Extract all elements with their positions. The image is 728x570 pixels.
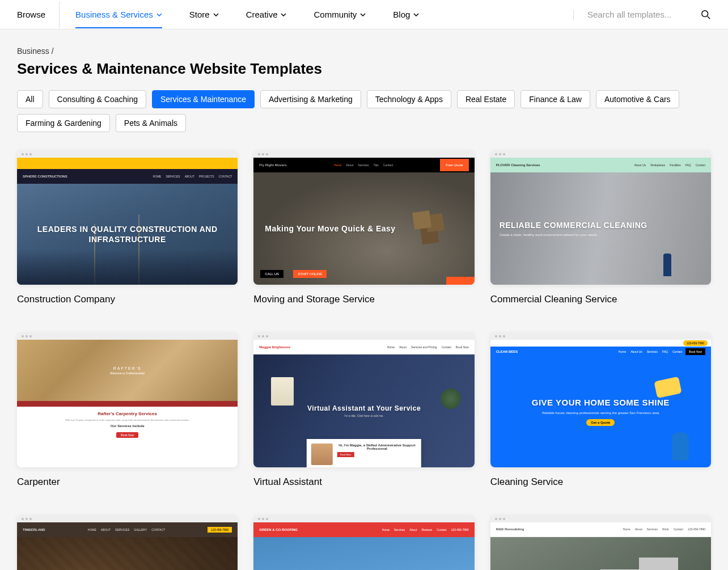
thumb-nav: About Us Workplaces Facilities FAQ Conta… xyxy=(634,163,705,167)
thumb-logo: PLOVER Cleaning Services xyxy=(496,163,540,167)
template-card[interactable]: RAFTER'S Welcome to Craftsmanship! Rafte… xyxy=(17,332,238,487)
nav-label: Blog xyxy=(393,10,410,19)
thumb-nav: HOME SERVICES ABOUT PROJECTS CONTACT xyxy=(153,175,232,178)
thumb-hero: Making Your Move Quick & Easy CALL US ST… xyxy=(253,172,474,285)
page-content: Business / Services & Maintenance Websit… xyxy=(0,29,728,570)
thumb-start: START ONLINE xyxy=(293,270,327,278)
template-title: Cleaning Service xyxy=(490,476,711,488)
thumb-hero: RAFTER'S Welcome to Craftsmanship! xyxy=(17,340,238,401)
nav-label: Business & Services xyxy=(75,10,153,19)
thumb-hero-title: Virtual Assistant at Your Service xyxy=(307,404,421,412)
template-thumbnail: SPHERE CONSTRUCTIONS HOME SERVICES ABOUT… xyxy=(17,150,238,285)
template-card[interactable]: 123-456-7890 CLEAN BEES Home About Us Se… xyxy=(490,332,711,487)
template-card[interactable]: Fly Right Movers Home About Services Tip… xyxy=(253,150,474,305)
filter-farming[interactable]: Farming & Gardening xyxy=(17,114,110,132)
filter-services-maintenance[interactable]: Services & Maintenance xyxy=(152,90,255,108)
thumb-cta: Free Quote xyxy=(440,159,468,171)
thumb-nav: Home About Us Services FAQ Contact xyxy=(619,350,682,353)
thumb-hero: LEADERS IN QUALITY CONSTRUCTION AND INFR… xyxy=(17,184,238,285)
thumb-nav: Home About Services Tips Contact xyxy=(334,163,393,167)
template-card[interactable]: M&B Remodeling Home About Services Work … xyxy=(490,515,711,570)
thumb-hero: RELIABLE COMMERCIAL CLEANING Create a cl… xyxy=(490,172,711,285)
filter-consulting[interactable]: Consulting & Coaching xyxy=(49,90,146,108)
thumb-hero: Virtual Assistant at Your Service I'm a … xyxy=(253,354,474,467)
thumb-hero-sub: Create a clean, healthy work environment… xyxy=(500,233,598,237)
thumb-hero: GIVE YOUR HOME SOME SHINE Reliable house… xyxy=(490,357,711,467)
breadcrumb[interactable]: Business / xyxy=(17,47,711,56)
template-title: Moving and Storage Service xyxy=(253,294,474,305)
thumb-chat-icon xyxy=(446,277,475,285)
thumb-logo: M&B Remodeling xyxy=(496,527,524,531)
thumb-brand: RAFTER'S xyxy=(113,366,142,370)
template-title: Carpenter xyxy=(17,476,238,488)
chevron-down-icon xyxy=(413,13,419,16)
filter-real-estate[interactable]: Real Estate xyxy=(457,90,515,108)
window-dots-icon xyxy=(258,518,268,520)
thumb-nav: Home About Services and Pricing Contact … xyxy=(387,345,469,349)
filter-pets[interactable]: Pets & Animals xyxy=(116,114,186,132)
filter-technology[interactable]: Technology & Apps xyxy=(367,90,451,108)
template-title: Virtual Assistant xyxy=(253,476,474,488)
template-thumbnail: PLOVER Cleaning Services About Us Workpl… xyxy=(490,150,711,285)
nav-links: Browse Business & Services Store Creativ… xyxy=(17,1,433,28)
thumb-logo: CLEAN BEES xyxy=(496,350,518,353)
filter-automotive[interactable]: Automotive & Cars xyxy=(596,90,679,108)
window-dots-icon xyxy=(495,518,505,520)
thumb-hero-sub: Reliable house cleaning professionals se… xyxy=(542,411,659,415)
thumb-logo: Maggie Brightmore xyxy=(259,345,290,349)
window-dots-icon xyxy=(22,335,32,337)
template-title: Construction Company xyxy=(17,294,238,305)
window-dots-icon xyxy=(258,335,268,337)
filter-advertising[interactable]: Advertising & Marketing xyxy=(260,90,361,108)
window-dots-icon xyxy=(495,335,505,337)
template-card[interactable]: Maggie Brightmore Home About Services an… xyxy=(253,332,474,487)
thumb-navbar: Maggie Brightmore Home About Services an… xyxy=(253,340,474,354)
template-card[interactable]: GREEN & CO ROOFING Home Services About R… xyxy=(253,515,474,570)
thumb-logo: Fly Right Movers xyxy=(259,163,286,167)
thumb-nav: Home About Services Work Contact 123-456… xyxy=(623,527,705,531)
svg-point-0 xyxy=(702,10,708,16)
nav-browse[interactable]: Browse xyxy=(17,1,60,28)
thumb-phone: 123-456-7890 xyxy=(208,527,232,533)
thumb-nav: Home Services About Reviews Contact 123-… xyxy=(382,528,469,531)
template-grid: SPHERE CONSTRUCTIONS HOME SERVICES ABOUT… xyxy=(17,150,711,570)
filter-finance[interactable]: Finance & Law xyxy=(520,90,590,108)
chevron-down-icon xyxy=(156,13,162,16)
nav-community[interactable]: Community xyxy=(300,1,379,28)
template-card[interactable]: SPHERE CONSTRUCTIONS HOME SERVICES ABOUT… xyxy=(17,150,238,305)
thumb-logo: GREEN & CO ROOFING xyxy=(259,528,298,531)
window-dots-icon xyxy=(495,153,505,155)
thumb-hero-title: RELIABLE COMMERCIAL CLEANING xyxy=(500,221,647,230)
template-thumbnail: TIMBERLAND HOME ABOUT SERVICES GALLERY C… xyxy=(17,515,238,570)
template-thumbnail: Maggie Brightmore Home About Services an… xyxy=(253,332,474,467)
nav-business-services[interactable]: Business & Services xyxy=(62,1,176,28)
search-wrap xyxy=(573,10,711,20)
search-input[interactable] xyxy=(587,10,689,19)
thumb-book: Book Now xyxy=(685,348,705,355)
template-thumbnail: 123-456-7890 CLEAN BEES Home About Us Se… xyxy=(490,332,711,467)
template-card[interactable]: PLOVER Cleaning Services About Us Workpl… xyxy=(490,150,711,305)
search-icon[interactable] xyxy=(701,10,711,20)
chevron-down-icon xyxy=(281,13,286,16)
thumb-navbar: GREEN & CO ROOFING Home Services About R… xyxy=(253,522,474,537)
template-card[interactable]: TIMBERLAND HOME ABOUT SERVICES GALLERY C… xyxy=(17,515,238,570)
template-thumbnail: RAFTER'S Welcome to Craftsmanship! Rafte… xyxy=(17,332,238,467)
thumb-quote-btn: Get a Quote xyxy=(586,419,615,426)
thumb-navbar: PLOVER Cleaning Services About Us Workpl… xyxy=(490,158,711,172)
nav-creative[interactable]: Creative xyxy=(232,1,300,28)
chevron-down-icon xyxy=(213,13,219,16)
thumb-read-more: Read More xyxy=(337,452,354,457)
thumb-phone: 123-456-7890 xyxy=(683,340,708,346)
filter-all[interactable]: All xyxy=(17,90,43,108)
window-dots-icon xyxy=(22,518,32,520)
thumb-text: With over 25 years of experience in the … xyxy=(65,419,189,422)
thumb-call: CALL US xyxy=(260,270,283,278)
template-title: Commercial Cleaning Service xyxy=(490,294,711,305)
thumb-navbar: TIMBERLAND HOME ABOUT SERVICES GALLERY C… xyxy=(17,522,238,537)
thumb-top-strip: 123-456-7890 xyxy=(490,340,711,347)
thumb-logo: TIMBERLAND xyxy=(23,528,45,531)
nav-blog[interactable]: Blog xyxy=(379,1,433,28)
template-thumbnail: Fly Right Movers Home About Services Tip… xyxy=(253,150,474,285)
nav-store[interactable]: Store xyxy=(176,1,232,28)
thumb-hero-sub: I'm a title. Click here to edit me. xyxy=(344,414,384,417)
